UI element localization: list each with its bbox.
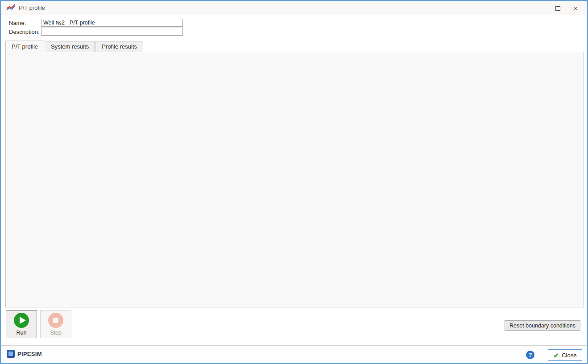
- close-button[interactable]: ✔ Close: [548, 349, 582, 361]
- play-icon: [14, 313, 29, 328]
- window-title: P/T profile: [19, 4, 45, 11]
- window-close-button[interactable]: ×: [569, 4, 582, 13]
- tab-pt-profile[interactable]: P/T profile: [5, 41, 44, 53]
- pipesim-brand: PIPESIM: [7, 350, 42, 358]
- help-button[interactable]: ?: [526, 351, 534, 359]
- name-input[interactable]: [41, 19, 183, 27]
- pt-profile-chart-icon: [6, 4, 15, 12]
- pt-profile-tab-panel: [5, 52, 584, 307]
- description-label: Description:: [9, 29, 40, 35]
- description-input[interactable]: [41, 28, 183, 36]
- stop-icon: [48, 313, 63, 328]
- run-button[interactable]: Run: [6, 310, 37, 338]
- tab-strip: P/T profile System results Profile resul…: [5, 40, 144, 52]
- tab-profile-results[interactable]: Profile results: [95, 41, 143, 52]
- pipesim-brand-text: PIPESIM: [17, 351, 42, 357]
- footer: PIPESIM ? ✔ Close: [1, 346, 587, 363]
- tab-system-results[interactable]: System results: [45, 41, 95, 52]
- reset-boundary-conditions-button[interactable]: Reset boundary conditions: [505, 320, 580, 331]
- close-button-label: Close: [562, 352, 576, 359]
- stop-label: Stop: [50, 330, 62, 336]
- close-icon: ×: [574, 5, 577, 12]
- checkmark-icon: ✔: [554, 352, 559, 359]
- maximize-button[interactable]: [551, 4, 564, 13]
- pt-profile-dialog: P/T profile × Name: Description: P/T pro…: [0, 0, 588, 364]
- titlebar: P/T profile ×: [1, 1, 587, 15]
- run-label: Run: [17, 330, 27, 336]
- pipesim-logo-icon: [7, 350, 15, 358]
- maximize-icon: [555, 6, 560, 11]
- stop-button[interactable]: Stop: [40, 310, 71, 338]
- name-label: Name:: [9, 20, 26, 26]
